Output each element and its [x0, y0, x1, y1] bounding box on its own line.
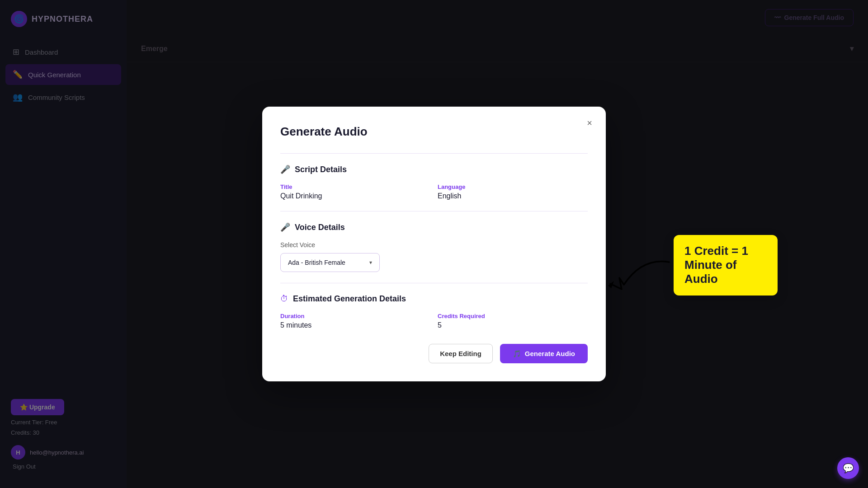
generate-audio-modal: × Generate Audio 🎤 Script Details Title …: [262, 107, 606, 381]
script-icon: 🎤: [280, 164, 290, 174]
clock-icon: ⏱: [280, 294, 288, 304]
tooltip-arrow: [597, 253, 678, 298]
credits-required-value: 5: [438, 321, 588, 329]
script-details-title: Script Details: [295, 165, 347, 174]
credit-tooltip: 1 Credit = 1 Minute of Audio: [674, 235, 778, 296]
tooltip-text: 1 Credit = 1 Minute of Audio: [684, 244, 748, 286]
script-details-grid: Title Quit Drinking Language English: [280, 183, 588, 200]
title-label: Title: [280, 183, 430, 190]
select-voice-label: Select Voice: [280, 241, 588, 249]
generate-label: Generate Audio: [525, 350, 575, 357]
voice-details-title: Voice Details: [295, 223, 345, 232]
estimated-details-section: ⏱ Estimated Generation Details Duration …: [280, 283, 588, 329]
credits-required-label: Credits Required: [438, 313, 588, 319]
generate-audio-button[interactable]: 🎵 Generate Audio: [500, 344, 588, 363]
language-field: Language English: [438, 183, 588, 200]
duration-label: Duration: [280, 313, 430, 319]
selected-voice-label: Ada - British Female: [288, 259, 345, 266]
keep-editing-button[interactable]: Keep Editing: [429, 344, 493, 363]
estimated-header: ⏱ Estimated Generation Details: [280, 294, 588, 304]
close-icon: ×: [587, 118, 592, 128]
voice-details-section: 🎤 Voice Details Select Voice Ada - Briti…: [280, 211, 588, 272]
generate-icon: 🎵: [513, 350, 521, 358]
duration-value: 5 minutes: [280, 321, 430, 329]
voice-details-header: 🎤 Voice Details: [280, 222, 588, 232]
title-field: Title Quit Drinking: [280, 183, 430, 200]
modal-close-button[interactable]: ×: [582, 116, 597, 130]
chat-bubble[interactable]: 💬: [837, 457, 859, 479]
chat-icon: 💬: [843, 463, 854, 474]
voice-select-dropdown[interactable]: Ada - British Female ▾: [280, 253, 380, 272]
estimated-grid: Duration 5 minutes Credits Required 5: [280, 313, 588, 329]
title-value: Quit Drinking: [280, 192, 430, 200]
keep-editing-label: Keep Editing: [440, 350, 481, 357]
chevron-down-icon: ▾: [369, 259, 372, 266]
language-label: Language: [438, 183, 588, 190]
voice-icon: 🎤: [280, 222, 290, 232]
credits-required-field: Credits Required 5: [438, 313, 588, 329]
script-details-header: 🎤 Script Details: [280, 164, 588, 174]
duration-field: Duration 5 minutes: [280, 313, 430, 329]
estimated-title: Estimated Generation Details: [293, 294, 406, 304]
script-details-section: 🎤 Script Details Title Quit Drinking Lan…: [280, 153, 588, 200]
modal-title: Generate Audio: [280, 125, 588, 139]
modal-footer: Keep Editing 🎵 Generate Audio: [280, 344, 588, 363]
language-value: English: [438, 192, 588, 200]
